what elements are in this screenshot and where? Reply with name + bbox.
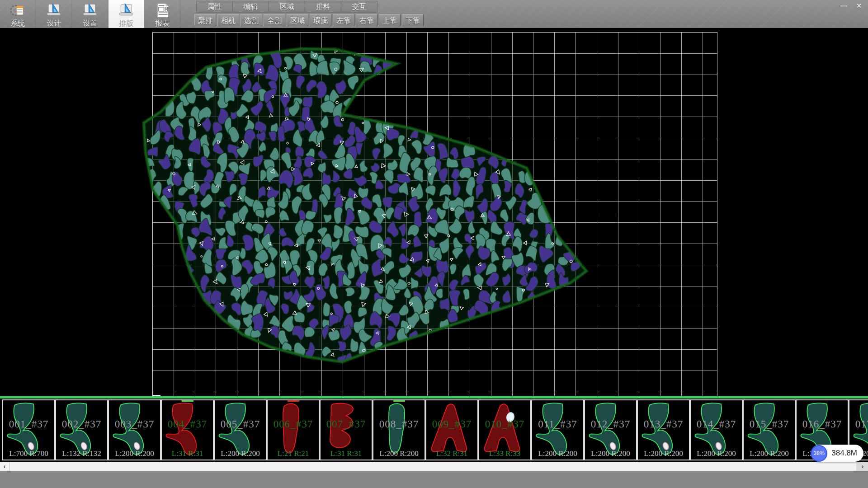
progress-badge[interactable]: 38% 384.8M — [811, 445, 863, 462]
action-button-相机[interactable]: 相机 — [217, 14, 239, 26]
piece-id-label: 011_#37 — [532, 418, 583, 430]
report-doc-icon — [154, 2, 170, 19]
nesting-workspace — [0, 28, 868, 397]
menu-tab-row: 属性编辑区域排料交互 — [196, 1, 377, 13]
scroll-right-arrow-icon[interactable]: › — [858, 462, 867, 471]
thumbnail-status-chip — [182, 399, 193, 402]
horizontal-scrollbar[interactable]: ‹ › — [0, 462, 868, 471]
action-button-左靠[interactable]: 左靠 — [333, 14, 354, 26]
toolbar-button-设计[interactable]: 设计 — [36, 0, 72, 28]
piece-lr-label: L:31 R:31 — [321, 449, 372, 458]
piece-id-label: 002_#37 — [56, 418, 107, 430]
nesting-canvas[interactable] — [0, 28, 868, 397]
thumbnail-status-chip — [393, 399, 405, 402]
thumbnail-status-chip — [288, 399, 299, 402]
scrollbar-thumb[interactable] — [10, 462, 856, 471]
piece-thumbnail-007_#37[interactable]: 007_#37L:31 R:31 — [320, 399, 373, 460]
piece-id-label: 005_#37 — [215, 418, 266, 430]
piece-id-label: 016_#37 — [797, 418, 848, 430]
minimize-button[interactable]: — — [837, 1, 850, 11]
piece-thumbnail-003_#37[interactable]: 003_#37L:200 R:200 — [108, 399, 161, 460]
action-button-row: 聚排相机选割全割区域瑕疵左靠右靠上靠下靠 — [194, 14, 424, 27]
piece-id-label: 017_#37 — [849, 418, 868, 430]
piece-lr-label: L:200 R:200 — [373, 449, 425, 458]
piece-thumbnail-010_#37[interactable]: 010_#37L:33 R:33 — [478, 399, 531, 460]
scroll-left-arrow-icon[interactable]: ‹ — [0, 462, 9, 471]
piece-thumbnail-006_#37[interactable]: 006_#37L:21 R:21 — [267, 399, 320, 460]
piece-thumbnail-013_#37[interactable]: 013_#37L:200 R:200 — [637, 399, 690, 460]
design-ruler-icon — [46, 2, 62, 19]
piece-id-label: 012_#37 — [585, 418, 636, 430]
action-button-下靠[interactable]: 下靠 — [402, 14, 424, 26]
piece-id-label: 007_#37 — [321, 418, 372, 430]
piece-id-label: 004_#37 — [162, 418, 213, 430]
piece-thumbnail-009_#37[interactable]: 009_#37L:32 R:31 — [425, 399, 478, 460]
piece-lr-label: L:200 R:200 — [585, 449, 636, 458]
piece-id-label: 013_#37 — [638, 418, 689, 430]
piece-id-label: 010_#37 — [479, 418, 530, 430]
menu-tab-属性[interactable]: 属性 — [196, 1, 232, 13]
action-button-选割[interactable]: 选割 — [241, 14, 262, 26]
toolbar-button-系统[interactable]: 系统 — [0, 0, 36, 28]
piece-thumbnail-011_#37[interactable]: 011_#37L:200 R:200 — [531, 399, 584, 460]
piece-lr-label: L:32 R:31 — [426, 449, 477, 458]
toolbar-button-报表[interactable]: 报表 — [145, 0, 180, 28]
piece-lr-label: L:33 R:33 — [479, 449, 530, 458]
piece-id-label: 006_#37 — [268, 418, 319, 430]
piece-thumbnail-004_#37[interactable]: 004_#37L:31 R:31 — [161, 399, 214, 460]
piece-thumbnail-012_#37[interactable]: 012_#37L:200 R:200 — [584, 399, 637, 460]
memory-value: 384.8M — [831, 449, 857, 458]
toolbar-button-设置[interactable]: 设置 — [72, 0, 108, 28]
toolbar-button-label: 设计 — [47, 19, 61, 28]
piece-id-label: 015_#37 — [744, 418, 795, 430]
menu-tab-排料[interactable]: 排料 — [305, 1, 341, 13]
piece-thumbnail-014_#37[interactable]: 014_#37L:200 R:200 — [690, 399, 743, 460]
action-button-右靠[interactable]: 右靠 — [356, 14, 377, 26]
close-button[interactable]: ✕ — [853, 1, 865, 11]
piece-lr-label: L:200 R:200 — [691, 449, 742, 458]
toolbar-button-排版[interactable]: 排版 — [108, 0, 144, 28]
piece-lr-label: L:132 R:132 — [56, 449, 107, 458]
piece-thumbnail-015_#37[interactable]: 015_#37L:200 R:200 — [743, 399, 796, 460]
top-toolbar: 系统设计设置排版报表 属性编辑区域排料交互 聚排相机选割全割区域瑕疵左靠右靠上靠… — [0, 0, 868, 28]
toolbar-button-label: 系统 — [10, 19, 25, 28]
piece-id-label: 003_#37 — [109, 418, 160, 430]
action-button-上靠[interactable]: 上靠 — [379, 14, 401, 26]
piece-thumbnail-001_#37[interactable]: 001_#37L:700 R:700 — [2, 399, 55, 460]
menu-tab-编辑[interactable]: 编辑 — [232, 1, 269, 13]
piece-thumbnail-008_#37[interactable]: 008_#37L:200 R:200 — [373, 399, 425, 460]
settings-ruler-icon — [82, 2, 98, 19]
action-button-瑕疵[interactable]: 瑕疵 — [310, 14, 331, 26]
piece-lr-label: L:21 R:21 — [268, 449, 319, 458]
piece-lr-label: L:200 R:200 — [744, 449, 795, 458]
menu-tab-区域[interactable]: 区域 — [269, 1, 305, 13]
status-bar — [0, 471, 868, 488]
piece-thumbnail-002_#37[interactable]: 002_#37L:132 R:132 — [55, 399, 108, 460]
toolbar-button-label: 排版 — [119, 19, 133, 28]
window-controls: — ✕ — [837, 1, 865, 11]
toolbar-button-label: 设置 — [83, 19, 97, 28]
piece-lr-label: L:200 R:200 — [109, 449, 160, 458]
action-button-区域[interactable]: 区域 — [287, 14, 308, 26]
progress-percent: 38% — [811, 445, 827, 462]
piece-lr-label: L:200 R:200 — [638, 449, 689, 458]
system-gear-icon — [9, 2, 26, 19]
piece-thumbnail-005_#37[interactable]: 005_#37L:200 R:200 — [214, 399, 267, 460]
toolbar-button-label: 报表 — [155, 19, 170, 28]
piece-lr-label: L:31 R:31 — [162, 449, 213, 458]
nesting-ruler-icon — [118, 2, 134, 19]
app-window: 系统设计设置排版报表 属性编辑区域排料交互 聚排相机选割全割区域瑕疵左靠右靠上靠… — [0, 0, 868, 488]
action-button-全割[interactable]: 全割 — [264, 14, 285, 26]
piece-id-label: 008_#37 — [373, 418, 425, 430]
piece-lr-label: L:200 R:200 — [215, 449, 266, 458]
piece-thumbnail-strip: 001_#37L:700 R:700002_#37L:132 R:132003_… — [0, 399, 868, 462]
piece-id-label: 009_#37 — [426, 418, 477, 430]
piece-id-label: 014_#37 — [691, 418, 742, 430]
action-button-聚排[interactable]: 聚排 — [194, 14, 216, 26]
piece-lr-label: L:200 R:200 — [532, 449, 583, 458]
piece-lr-label: L:700 R:700 — [3, 449, 54, 458]
menu-tab-交互[interactable]: 交互 — [341, 1, 377, 13]
piece-id-label: 001_#37 — [3, 418, 54, 430]
